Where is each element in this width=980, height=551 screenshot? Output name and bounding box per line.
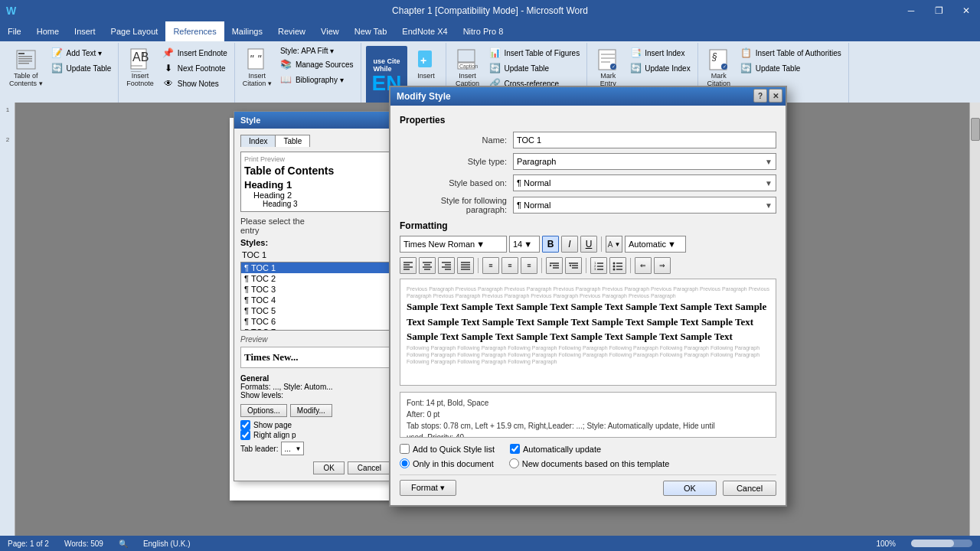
svg-marker-48 — [550, 265, 552, 267]
style-cancel-btn[interactable]: Cancel — [348, 461, 391, 474]
description-area: Font: 14 pt, Bold, Space After: 0 pt Tab… — [400, 392, 776, 438]
italic-btn[interactable]: I — [561, 236, 578, 253]
underline-btn[interactable]: U — [580, 236, 597, 253]
svg-marker-52 — [569, 265, 571, 267]
modify-dialog-body: Properties Name: Style type: Paragraph ▼… — [390, 106, 786, 505]
preview-sample-text: Sample Text Sample Text Sample Text Samp… — [407, 299, 769, 344]
align-left-btn[interactable] — [400, 257, 416, 274]
modify-close-btn[interactable]: ✕ — [769, 89, 782, 103]
format-btn[interactable]: Format ▾ — [400, 480, 456, 496]
more-outdent-btn[interactable]: ⇒ — [654, 257, 671, 274]
svg-point-63 — [613, 269, 616, 271]
numbered-list-btn[interactable]: 1.2.3. — [590, 257, 607, 274]
modify-help-btn[interactable]: ? — [753, 89, 767, 103]
decrease-indent-btn[interactable] — [546, 257, 563, 274]
toc1-selected[interactable]: ¶ TOC 1 — [241, 262, 390, 273]
justify-btn[interactable] — [457, 257, 474, 274]
toc4-item[interactable]: ¶TOC 4 — [241, 295, 390, 305]
modify-dialog-titlebar: Modify Style ? ✕ — [390, 87, 786, 106]
line-spacing-1-btn[interactable]: ≡ — [482, 257, 499, 274]
style-dialog: Style Index Table Print Preview Table of… — [234, 111, 398, 481]
more-indent-btn[interactable]: ⇐ — [635, 257, 652, 274]
style-type-value: Paragraph — [517, 157, 556, 166]
desc-line1: Font: 14 pt, Bold, Space — [407, 397, 769, 409]
style-dialog-title: Style — [240, 116, 260, 125]
toc1-preselect[interactable]: TOC 1 — [240, 249, 391, 260]
tab-leader-select[interactable]: ... ▼ — [281, 442, 304, 455]
auto-update-label: Automatically update — [523, 445, 601, 454]
general-label: General — [240, 374, 391, 383]
toc-h1-preview: Heading 1 — [244, 179, 387, 191]
bold-btn[interactable]: B — [542, 236, 559, 253]
align-right-btn[interactable] — [438, 257, 455, 274]
new-documents-label[interactable]: New documents based on this template — [509, 458, 670, 468]
preview-section-label: Preview — [240, 335, 391, 344]
show-page-checkbox[interactable] — [240, 420, 250, 430]
tab-leader-value: ... — [284, 445, 290, 453]
sep2 — [478, 258, 479, 273]
highlight-value: Automatic — [629, 240, 666, 249]
alignment-toolbar: ≡ ≡ ≡ 1.2. — [400, 257, 776, 274]
only-document-label[interactable]: Only in this document — [400, 458, 494, 468]
font-name-select[interactable]: Times New Roman ▼ — [400, 236, 507, 253]
right-align-checkbox[interactable] — [240, 430, 250, 440]
style-ok-btn[interactable]: OK — [313, 461, 344, 474]
overlay: Style Index Table Print Preview Table of… — [0, 0, 980, 551]
style-based-select[interactable]: ¶ Normal ▼ — [513, 174, 776, 191]
new-documents-radio[interactable] — [509, 458, 519, 468]
svg-point-59 — [613, 262, 616, 265]
toc2-item[interactable]: ¶TOC 2 — [241, 273, 390, 284]
align-center-btn[interactable] — [419, 257, 436, 274]
style-dialog-checkboxes: Show page Right align p Tab leader: ... … — [240, 420, 391, 455]
toc-preview-section: Print Preview Table of Contents Heading … — [240, 152, 391, 212]
line-spacing-15-btn[interactable]: ≡ — [501, 257, 518, 274]
modify-btn[interactable]: Modify... — [290, 404, 332, 417]
modify-ok-btn[interactable]: OK — [663, 481, 717, 496]
bullet-list-btn[interactable] — [609, 257, 626, 274]
desc-line4: used, Priority: 40 — [407, 432, 769, 438]
styles-listbox[interactable]: ¶ TOC 1 ¶TOC 2 ¶TOC 3 ¶TOC 4 ¶TOC 5 ¶TOC… — [240, 262, 391, 331]
style-following-label: Style for following paragraph: — [400, 196, 507, 214]
font-size-select[interactable]: 14 ▼ — [509, 236, 540, 253]
style-following-select[interactable]: ¶ Normal ▼ — [513, 197, 776, 214]
auto-update-row: Automatically update — [510, 444, 601, 454]
desc-line3: Tab stops: 0.78 cm, Left + 15.9 cm, Righ… — [407, 420, 769, 432]
style-type-select[interactable]: Paragraph ▼ — [513, 153, 776, 170]
preview-area: Previous Paragraph Previous Paragraph Pr… — [400, 279, 776, 386]
modify-cancel-btn[interactable]: Cancel — [723, 481, 776, 496]
style-following-value: ¶ Normal — [517, 201, 550, 210]
increase-indent-btn[interactable] — [565, 257, 582, 274]
table-tab[interactable]: Table — [275, 135, 310, 147]
ok-cancel-btns: OK Cancel — [663, 481, 776, 496]
svg-point-61 — [613, 266, 616, 268]
font-color-btn[interactable]: A ▼ — [606, 236, 622, 253]
highlight-select[interactable]: Automatic ▼ — [625, 236, 686, 253]
formats-value: ..., Style: Autom... — [273, 383, 332, 391]
toc3-item[interactable]: ¶TOC 3 — [241, 284, 390, 295]
modify-dialog-title: Modify Style — [397, 91, 451, 102]
toc5-item[interactable]: ¶TOC 5 — [241, 305, 390, 316]
index-tab[interactable]: Index — [240, 135, 276, 147]
radio-row: Only in this document New documents base… — [400, 458, 776, 468]
show-page-row: Show page — [240, 420, 391, 430]
toc6-item[interactable]: ¶TOC 6 — [241, 316, 390, 327]
style-based-arrow: ▼ — [765, 179, 773, 187]
font-name-arrow: ▼ — [476, 240, 485, 249]
auto-update-checkbox[interactable] — [510, 444, 520, 454]
show-levels-row: Show levels: — [240, 391, 391, 399]
add-quick-style-checkbox[interactable] — [400, 444, 410, 454]
toc-h3-preview: Heading 3 — [263, 200, 387, 208]
svg-text:3.: 3. — [594, 267, 596, 271]
style-dialog-content: Index Table Print Preview Table of Conte… — [234, 129, 397, 481]
options-btn[interactable]: Options... — [240, 404, 287, 417]
name-input[interactable] — [513, 132, 776, 148]
style-type-row: Style type: Paragraph ▼ — [400, 153, 776, 170]
formats-label: Formats: — [240, 383, 270, 391]
font-color-label: A — [608, 240, 613, 249]
sep1 — [601, 236, 602, 252]
line-spacing-2-btn[interactable]: ≡ — [521, 257, 537, 274]
tab-leader-label: Tab leader: — [240, 445, 278, 453]
only-document-radio[interactable] — [400, 458, 410, 468]
checkboxes-row: Add to Quick Style list Automatically up… — [400, 444, 776, 454]
toc7-item[interactable]: ¶TOC 7 — [241, 327, 390, 331]
